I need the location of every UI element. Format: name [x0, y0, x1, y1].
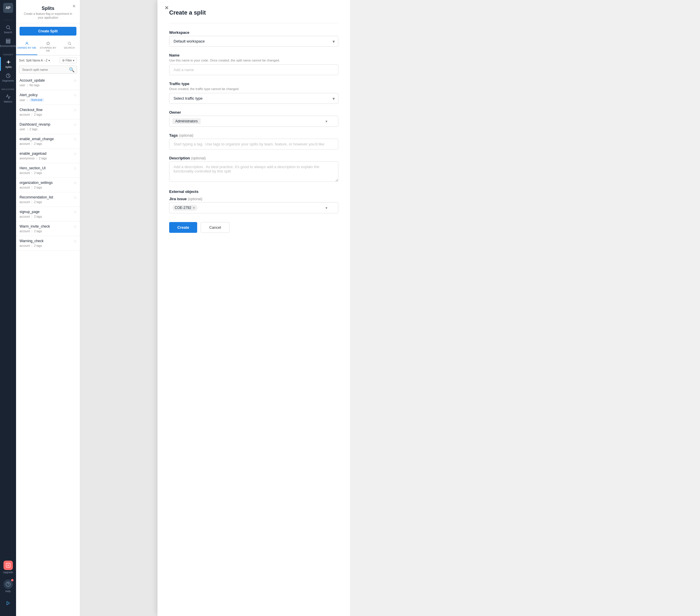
name-label: Name [169, 53, 338, 57]
traffic-type-select[interactable]: Select traffic type [169, 93, 338, 104]
split-tag-count: No tags [29, 84, 39, 87]
jira-tag-value: COE-2792 [175, 206, 191, 210]
create-button[interactable]: Create [169, 222, 197, 233]
split-star-icon[interactable]: ☆ [74, 195, 77, 200]
split-list-item[interactable]: Warning_check account | 2 tags ☆ [16, 236, 80, 251]
split-star-icon[interactable]: ☆ [74, 166, 77, 170]
split-type: account [20, 244, 30, 247]
name-input[interactable] [169, 64, 338, 75]
split-list-item[interactable]: Dashboard_revamp user | 2 tags ☆ [16, 119, 80, 134]
main-area: ✕ Create a split Workspace Default works… [80, 0, 350, 616]
filter-button[interactable]: ⚙ Filter ▾ [60, 58, 77, 63]
search-input[interactable] [19, 66, 77, 74]
traffic-type-label: Traffic type [169, 81, 338, 86]
split-star-icon[interactable]: ☆ [74, 93, 77, 97]
name-sublabel: Use this name in your code. Once created… [169, 59, 338, 62]
sidebar-item-splits[interactable]: Splits [0, 57, 16, 71]
split-star-icon[interactable]: ☆ [74, 78, 77, 83]
splits-panel-close-button[interactable]: ✕ [72, 4, 76, 8]
tags-field: Tags (optional) [169, 133, 338, 150]
split-star-icon[interactable]: ☆ [74, 108, 77, 112]
workspace-select[interactable]: Default workspace [169, 36, 338, 47]
split-list-item[interactable]: Alert_policy user | front-end ☆ [16, 90, 80, 105]
cancel-button[interactable]: Cancel [201, 222, 229, 233]
split-type: user [20, 99, 25, 102]
create-split-modal: ✕ Create a split Workspace Default works… [158, 0, 350, 616]
split-tag-count: 2 tags [39, 157, 47, 160]
split-star-icon[interactable]: ☆ [74, 123, 77, 127]
upgrade-label: Upgrade [3, 571, 13, 574]
create-split-button[interactable]: Create Split [20, 27, 76, 36]
jira-select[interactable]: COE-2792 ✕ ▾ [169, 202, 338, 213]
split-list-item[interactable]: Checkout_flow account | 2 tags ☆ [16, 105, 80, 119]
split-star-icon[interactable]: ☆ [74, 239, 77, 243]
user-avatar[interactable]: AP [3, 3, 13, 13]
tab-owned-by-me[interactable]: OWNED BY ME [16, 39, 37, 55]
svg-line-15 [70, 44, 71, 45]
owner-select[interactable]: Administrators ▾ [169, 116, 338, 127]
split-list-item[interactable]: Account_update user | No tags ☆ [16, 76, 80, 90]
split-separator: | [27, 84, 28, 87]
svg-rect-2 [6, 39, 10, 40]
splits-sort-bar: Sort: Split Name A→Z ▾ ⚙ Filter ▾ [16, 55, 80, 66]
owner-chevron-icon: ▾ [325, 119, 327, 124]
modal-divider [169, 23, 338, 23]
sidebar: AP Search Environments TARGET Splits Seg… [0, 0, 16, 616]
sidebar-item-label: Segments [2, 79, 14, 82]
split-star-icon[interactable]: ☆ [74, 181, 77, 185]
sidebar-bottom: Upgrade Help [2, 558, 14, 613]
owner-label: Owner [169, 110, 338, 115]
svg-point-10 [6, 582, 10, 587]
tags-input[interactable] [169, 139, 338, 150]
sort-selector[interactable]: Sort: Split Name A→Z ▾ [19, 59, 50, 62]
description-input[interactable] [169, 162, 338, 182]
sidebar-item-search[interactable]: Search [0, 23, 16, 36]
owner-tag: Administrators [172, 118, 201, 124]
split-star-icon[interactable]: ☆ [74, 152, 77, 156]
split-tag-count: 2 tags [34, 215, 42, 218]
jira-tag-close-button[interactable]: ✕ [192, 206, 195, 209]
tab-label: SEARCH [64, 46, 75, 49]
split-type: account [20, 113, 30, 116]
sidebar-item-help[interactable]: Help [2, 577, 14, 595]
tab-label: OWNED BY ME [17, 46, 36, 49]
split-list-item[interactable]: enable_email_change account | 2 tags ☆ [16, 134, 80, 149]
sidebar-item-metrics[interactable]: Metrics [0, 92, 16, 105]
split-tag-count: 2 tags [34, 171, 42, 175]
split-list-item[interactable]: signup_page account | 2 tags ☆ [16, 207, 80, 221]
sidebar-item-label: Environments [0, 44, 16, 48]
split-separator: | [32, 113, 33, 116]
modal-close-button[interactable]: ✕ [164, 5, 169, 11]
split-list-item[interactable]: organization_settings account | 2 tags ☆ [16, 178, 80, 192]
split-item-name: Checkout_flow [20, 108, 76, 112]
split-item-meta: account | 2 tags [20, 201, 76, 204]
split-star-icon[interactable]: ☆ [74, 224, 77, 229]
tab-search[interactable]: SEARCH [59, 39, 80, 55]
split-list-item[interactable]: Recommendation_list account | 2 tags ☆ [16, 192, 80, 207]
search-icon: 🔍 [69, 67, 75, 73]
sidebar-item-label: Metrics [4, 100, 12, 103]
split-list-item[interactable]: enable_pageload anonymous | 2 tags ☆ [16, 149, 80, 163]
split-type: account [20, 171, 30, 175]
help-badge [11, 579, 13, 581]
sidebar-item-label: Splits [5, 66, 12, 68]
split-list-item[interactable]: Hero_section_UI account | 2 tags ☆ [16, 163, 80, 178]
split-tag-count: 2 tags [34, 244, 42, 247]
split-item-name: enable_pageload [20, 152, 76, 156]
split-separator: | [32, 142, 33, 145]
sidebar-item-segments[interactable]: Segments [0, 71, 16, 85]
split-item-name: Hero_section_UI [20, 166, 76, 170]
sidebar-item-environments[interactable]: Environments [0, 36, 16, 50]
workspace-label: Workspace [169, 30, 338, 35]
sidebar-item-upgrade[interactable]: Upgrade [2, 558, 14, 576]
tab-starred-by-me[interactable]: STARRED BY ME [37, 39, 59, 55]
split-star-icon[interactable]: ☆ [74, 210, 77, 214]
sidebar-logo[interactable] [2, 596, 14, 610]
split-type: user [20, 128, 25, 131]
split-star-icon[interactable]: ☆ [74, 137, 77, 141]
sort-text: Sort: Split Name A→Z [19, 59, 48, 62]
split-separator: | [32, 186, 33, 189]
split-item-name: Account_update [20, 78, 76, 82]
split-list-item[interactable]: Warm_invite_check account | 2 tags ☆ [16, 221, 80, 236]
split-item-name: Warning_check [20, 239, 76, 243]
